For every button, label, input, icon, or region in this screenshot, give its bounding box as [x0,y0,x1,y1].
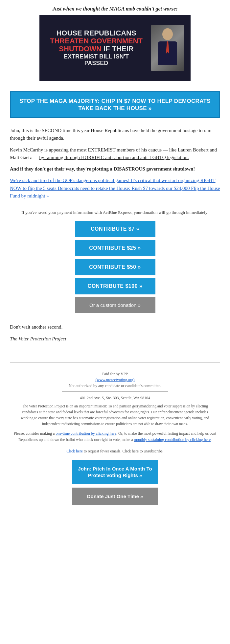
payment-notice-text: If you've saved your payment information… [21,210,209,215]
contribute-7-button[interactable]: CONTRIBUTE $7 » [75,221,155,237]
hero-line3-red: SHUTDOWN [59,45,102,53]
footer-address: 401 2nd Ave. S, Ste. 303, Seattle, WA 98… [10,395,220,401]
footer-consider-link1[interactable]: one-time contribution by clicking here [56,431,116,436]
body-para1: John, this is the SECOND time this year … [10,127,220,142]
body-para4-link[interactable]: We're sick and tired of the GOP's danger… [10,178,220,198]
hero-text-col: HOUSE REPUBLICANS THREATEN GOVERNMENT SH… [46,29,147,67]
payment-notice: If you've saved your payment information… [0,207,230,218]
body-section: John, this is the SECOND time this year … [0,124,230,207]
header-italic: Just when we thought the MAGA mob couldn… [53,6,178,12]
footer-unsubscribe-text: to request fewer emails. Click here to u… [83,449,164,453]
person-head [162,28,173,40]
body-para2-underline: by ramming through HORRIFIC anti-abortio… [39,155,189,160]
body-para3: And if they don't get their way, they're… [10,165,220,173]
footer-paid-box: Paid for by VPP (www.protectvoting.org) … [62,368,168,392]
footer-mission: The Voter Protection Project is on an im… [10,403,220,427]
custom-donation-button[interactable]: Or a custom donation » [75,297,155,313]
hero-line3-rest: IF THEIR [102,45,134,53]
footer-unsubscribe: Click here to request fewer emails. Clic… [10,448,220,454]
hero-image-block: HOUSE REPUBLICANS THREATEN GOVERNMENT SH… [39,15,191,81]
footer: Paid for by VPP (www.protectvoting.org) … [0,363,230,517]
person-silhouette [156,28,179,68]
hero-line4: EXTREMIST BILL ISN'T [46,53,147,60]
footer-consider-link2[interactable]: monthly sustaining contribution by click… [134,437,211,442]
footer-links: Please, consider making a one-time contr… [10,430,220,443]
footer-paid-for: Paid for by VPP [69,371,161,377]
hero-line1: HOUSE REPUBLICANS [46,29,147,37]
footer-consider-end: . [211,437,212,442]
footer-website[interactable]: (www.protectvoting.org) [69,377,161,383]
contribute-25-button[interactable]: CONTRIBUTE $25 » [75,240,155,256]
header-text: Just when we thought the MAGA mob couldn… [0,0,230,15]
onetime-button[interactable]: Donate Just One Time » [72,488,158,505]
closing-signature: The Voter Protection Project [10,335,220,343]
hero-line3: SHUTDOWN IF THEIR [46,45,147,53]
closing: Don't wait another second, The Voter Pro… [0,318,230,362]
cta-banner-text: STOP THE MAGA MAJORITY: CHIP IN $7 NOW T… [17,98,213,112]
body-para3-bold: And if they don't get their way, they're… [10,166,195,172]
contribute-50-button[interactable]: CONTRIBUTE $50 » [75,259,155,275]
monthly-button[interactable]: John: Pitch In Once A Month To Protect V… [72,460,158,484]
cta-banner[interactable]: STOP THE MAGA MAJORITY: CHIP IN $7 NOW T… [10,91,220,118]
footer-cta-buttons: John: Pitch In Once A Month To Protect V… [10,460,220,512]
email-container: Just when we thought the MAGA mob couldn… [0,0,230,517]
closing-line1: Don't wait another second, [10,323,220,331]
footer-consider-pre: Please, consider making a [14,431,56,436]
person-body [158,41,177,65]
hero-wrapper: HOUSE REPUBLICANS THREATEN GOVERNMENT SH… [0,15,230,86]
body-para4[interactable]: We're sick and tired of the GOP's danger… [10,177,220,200]
hero-photo [151,25,184,71]
footer-unsubscribe-link[interactable]: Click here [66,449,83,453]
contribute-100-button[interactable]: CONTRIBUTE $100 » [75,278,155,294]
person-tie [166,41,169,54]
footer-disclaimer: Not authorized by any candidate or candi… [69,383,161,389]
hero-line5: PASSED [46,60,147,67]
donate-buttons: CONTRIBUTE $7 » CONTRIBUTE $25 » CONTRIB… [0,218,230,318]
hero-line2: THREATEN GOVERNMENT [46,37,147,45]
body-para2: Kevin McCarthy is appeasing the most EXT… [10,146,220,162]
